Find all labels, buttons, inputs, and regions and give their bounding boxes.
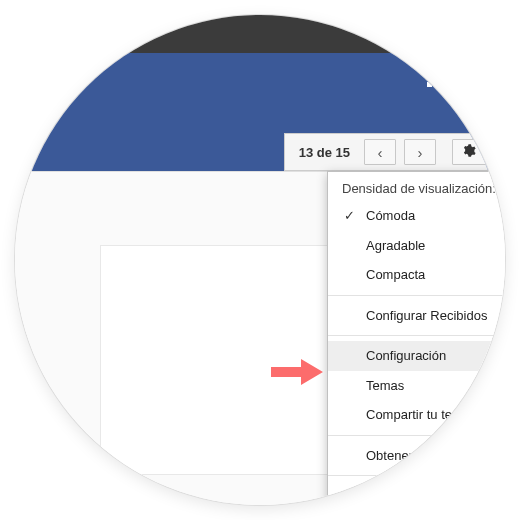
menu-configuracion[interactable]: Configuración	[328, 341, 505, 371]
circular-viewport: 13 de 15 ‹ › ▼ Densidad de visualización…	[15, 15, 505, 505]
chevron-right-icon: ›	[418, 144, 423, 161]
prev-button[interactable]: ‹	[364, 139, 396, 165]
menu-separator	[328, 295, 505, 296]
menu-temas[interactable]: Temas	[328, 371, 505, 401]
browser-chrome-bar	[15, 15, 505, 53]
caret-down-icon: ▼	[479, 147, 488, 157]
toolbar: 13 de 15 ‹ › ▼	[284, 133, 505, 171]
gear-icon	[461, 143, 476, 161]
bell-icon	[469, 70, 485, 86]
notifications-button[interactable]	[463, 64, 491, 92]
density-option-comoda[interactable]: Cómoda	[328, 201, 505, 231]
density-option-agradable[interactable]: Agradable	[328, 231, 505, 261]
menu-separator	[328, 335, 505, 336]
density-option-compacta[interactable]: Compacta	[328, 260, 505, 290]
apps-grid-icon[interactable]	[427, 69, 445, 87]
settings-dropdown: Densidad de visualización: Cómoda Agrada…	[327, 171, 505, 505]
menu-separator	[328, 475, 505, 476]
menu-obtener-complementos[interactable]: Obtener complementos	[328, 441, 505, 471]
menu-separator	[328, 435, 505, 436]
next-button[interactable]: ›	[404, 139, 436, 165]
chevron-left-icon: ‹	[378, 144, 383, 161]
dropdown-section-header: Densidad de visualización:	[328, 172, 505, 201]
app-header	[15, 53, 505, 103]
menu-compartir-tema[interactable]: Compartir tu tema	[328, 400, 505, 430]
settings-button[interactable]: ▼	[452, 139, 496, 165]
message-counter: 13 de 15	[299, 145, 350, 160]
menu-configurar-recibidos[interactable]: Configurar Recibidos	[328, 301, 505, 331]
menu-enviar-comentarios[interactable]: Enviar comentarios	[328, 481, 505, 505]
